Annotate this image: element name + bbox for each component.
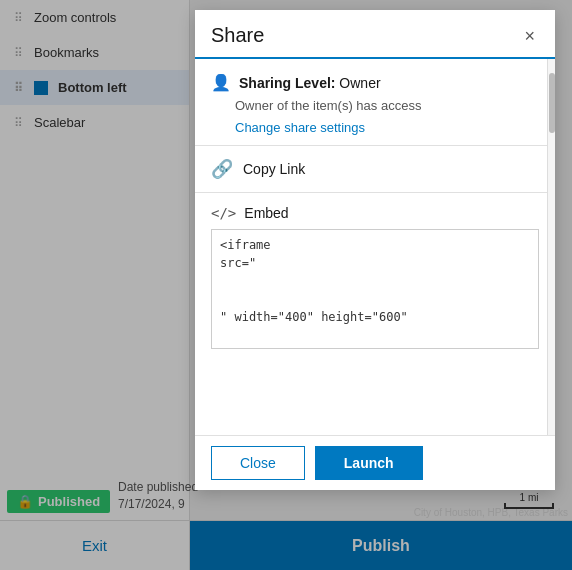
modal-footer: Close Launch — [195, 435, 555, 490]
share-modal: Share × 👤 Sharing Level: Owner Owner of … — [195, 10, 555, 490]
embed-label: Embed — [244, 205, 288, 221]
modal-close-button[interactable]: Close — [211, 446, 305, 480]
modal-launch-button[interactable]: Launch — [315, 446, 423, 480]
embed-line-3 — [220, 272, 530, 290]
embed-line-5: " width="400" height="600" — [220, 308, 530, 326]
sharing-level-prefix: Sharing Level: — [239, 75, 339, 91]
modal-title: Share — [211, 24, 264, 47]
embed-line-1: <iframe — [220, 236, 530, 254]
person-icon: 👤 — [211, 73, 231, 92]
copy-link-label: Copy Link — [243, 161, 305, 177]
sharing-level-value: Owner — [339, 75, 380, 91]
embed-icon: </> — [211, 205, 236, 221]
copy-link-section[interactable]: 🔗 Copy Link — [195, 146, 555, 193]
modal-header: Share × — [195, 10, 555, 59]
sharing-level-row: 👤 Sharing Level: Owner — [211, 73, 539, 92]
sharing-description: Owner of the item(s) has access — [235, 98, 539, 113]
embed-section: </> Embed <iframe src=" " width="400" he… — [195, 193, 555, 349]
modal-body: 👤 Sharing Level: Owner Owner of the item… — [195, 59, 555, 435]
embed-line-2: src=" — [220, 254, 530, 272]
close-icon-button[interactable]: × — [520, 25, 539, 47]
modal-scrollbar-track — [547, 59, 555, 435]
link-icon: 🔗 — [211, 158, 233, 180]
embed-code-box[interactable]: <iframe src=" " width="400" height="600" — [211, 229, 539, 349]
sharing-level-text: Sharing Level: Owner — [239, 75, 381, 91]
embed-line-4 — [220, 290, 530, 308]
sharing-level-section: 👤 Sharing Level: Owner Owner of the item… — [195, 59, 555, 146]
change-share-settings-link[interactable]: Change share settings — [235, 120, 365, 135]
modal-scrollbar-thumb — [549, 73, 555, 133]
embed-header: </> Embed — [211, 205, 539, 221]
